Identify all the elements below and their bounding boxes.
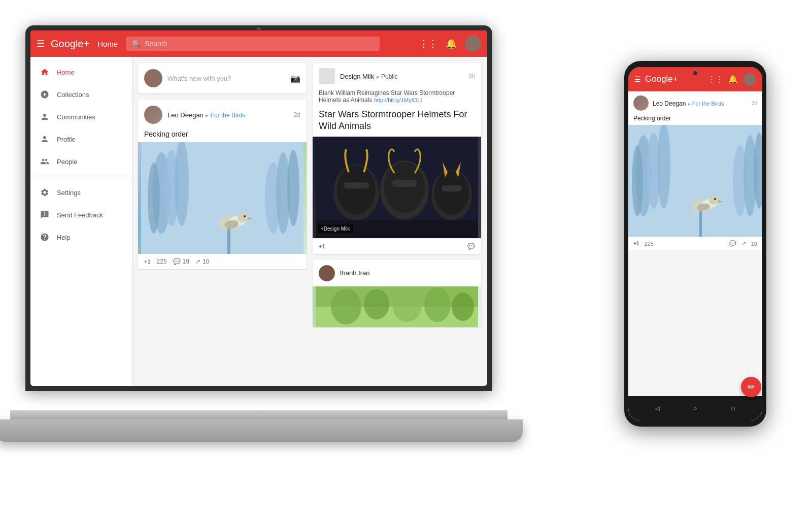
search-bar[interactable]: 🔍 Search <box>126 37 380 51</box>
post2-headline: Star Wars Stormtrooper Helmets For Wild … <box>313 107 481 137</box>
phone-post-avatar <box>633 95 649 111</box>
post-time: 2d <box>294 111 300 118</box>
svg-point-12 <box>244 215 246 217</box>
home-button[interactable]: ○ <box>690 403 700 413</box>
svg-point-34 <box>452 293 474 321</box>
phone-post-circle[interactable]: For the Birds <box>692 101 724 107</box>
svg-point-39 <box>657 125 670 209</box>
phone-bell-icon[interactable]: 🔔 <box>728 75 738 84</box>
post2-comment-icon[interactable]: 💬 <box>467 243 475 250</box>
whats-new-placeholder[interactable]: What's new with you? <box>167 75 285 82</box>
phone-share-icon[interactable]: ↗ <box>741 240 746 247</box>
sidebar-item-communities[interactable]: Communities <box>30 106 132 128</box>
phone-apps-icon[interactable]: ⋮⋮ <box>708 75 723 84</box>
plus-one-icon: +1 <box>144 258 151 265</box>
topbar: ☰ Google+ Home 🔍 Search ⋮⋮ 🔔 <box>30 30 487 57</box>
phone-comment-icon[interactable]: 💬 <box>729 240 736 247</box>
post2-plus-one[interactable]: +1 <box>319 243 325 249</box>
design-milk-circle: Public <box>381 73 398 80</box>
settings-icon <box>39 186 51 199</box>
hamburger-icon[interactable]: ☰ <box>37 38 45 49</box>
recent-button[interactable]: □ <box>728 403 738 413</box>
post-card-leo: Leo Deegan ▸ For the Birds 2d Pecking or… <box>138 100 307 269</box>
search-icon: 🔍 <box>132 40 141 48</box>
sidebar-item-label: Settings <box>57 189 81 197</box>
svg-point-45 <box>709 196 718 205</box>
help-icon <box>39 231 51 243</box>
search-placeholder: Search <box>145 40 167 48</box>
post2-link[interactable]: http://bit.ly/1MyIOLI <box>374 97 422 103</box>
design-milk-info: Design Milk ▸ Public <box>340 72 398 81</box>
phone-user-avatar[interactable] <box>743 73 756 86</box>
back-button[interactable]: ◁ <box>652 403 662 413</box>
gplus-desktop-app: ☰ Google+ Home 🔍 Search ⋮⋮ 🔔 <box>30 30 487 386</box>
thanh-avatar <box>319 265 335 281</box>
design-milk-time: 3h <box>468 73 475 80</box>
laptop-foot <box>0 419 523 442</box>
whats-new-card[interactable]: What's new with you? 📷 <box>138 63 307 93</box>
design-milk-name: Design Milk <box>340 73 374 80</box>
phone-plus-one[interactable]: +1 <box>633 241 639 246</box>
thanh-name: thanh tran <box>340 269 370 277</box>
apps-icon[interactable]: ⋮⋮ <box>419 38 437 49</box>
sidebar: Home Collections <box>30 57 132 386</box>
phone-post-image <box>628 125 762 237</box>
phone-gplus-logo: Google+ <box>645 74 703 84</box>
notifications-icon[interactable]: 🔔 <box>446 38 457 49</box>
post-author-row: Leo Deegan ▸ For the Birds <box>167 110 245 119</box>
svg-rect-18 <box>344 182 369 188</box>
svg-point-2 <box>148 163 160 234</box>
svg-point-17 <box>337 166 376 214</box>
people-icon <box>39 155 51 168</box>
profile-icon <box>39 133 51 145</box>
sidebar-item-people[interactable]: People <box>30 150 132 173</box>
sidebar-item-help[interactable]: Help <box>30 226 132 248</box>
sidebar-item-home[interactable]: Home <box>30 61 132 83</box>
phone-share-count: 10 <box>751 241 757 247</box>
plus-count[interactable]: 225 <box>157 258 167 265</box>
post-card-thanh: thanh tran <box>313 260 481 327</box>
svg-rect-21 <box>392 180 417 187</box>
comment-icon: 💬 <box>173 258 181 265</box>
thanh-header: thanh tran <box>313 260 481 286</box>
post-actions: +1 225 💬 19 <box>138 254 307 269</box>
phone-hamburger-icon[interactable]: ☰ <box>634 75 641 83</box>
phone-post-author: Leo Deegan <box>653 100 686 107</box>
phone-screen: ☰ Google+ ⋮⋮ 🔔 Leo Deegan <box>628 67 762 420</box>
phone-post-title: Pecking order <box>628 115 762 125</box>
pencil-icon: ✏ <box>748 381 755 393</box>
phone-plus-count: 225 <box>644 241 653 247</box>
post-card-design-milk: Design Milk ▸ Public 3h Blan <box>313 63 481 254</box>
topbar-home-label[interactable]: Home <box>97 40 118 48</box>
sidebar-item-label: People <box>57 158 77 166</box>
feed: What's new with you? 📷 <box>132 57 487 386</box>
svg-point-7 <box>287 150 299 226</box>
sidebar-item-collections[interactable]: Collections <box>30 83 132 106</box>
svg-rect-24 <box>442 185 462 191</box>
post-header: Leo Deegan ▸ For the Birds 2d <box>138 100 307 130</box>
camera-icon[interactable]: 📷 <box>290 74 300 83</box>
post-circle[interactable]: For the Birds <box>211 112 246 119</box>
fab-compose[interactable]: ✏ <box>741 377 761 397</box>
sidebar-item-label: Home <box>57 69 75 76</box>
post-title: Pecking order <box>138 130 307 142</box>
gplus-logo: Google+ <box>51 38 89 50</box>
phone: ☰ Google+ ⋮⋮ 🔔 Leo Deegan <box>624 61 766 427</box>
plus-one-action[interactable]: +1 <box>144 258 151 265</box>
share-icon: ↗ <box>195 258 200 265</box>
sidebar-divider <box>30 177 132 177</box>
post-image-bird <box>138 142 307 254</box>
comment-action[interactable]: 💬 19 <box>173 258 189 265</box>
user-avatar[interactable] <box>465 36 481 52</box>
laptop-camera <box>257 27 261 30</box>
phone-post-actions: +1 225 💬 ↗ 10 <box>628 237 762 250</box>
share-action[interactable]: ↗ 10 <box>195 258 209 265</box>
feedback-icon <box>39 209 51 221</box>
sidebar-item-send-feedback[interactable]: Send Feedback <box>30 204 132 226</box>
sidebar-item-settings[interactable]: Settings <box>30 181 132 204</box>
post2-arrow: ▸ <box>377 73 381 80</box>
logo-text: Google+ <box>51 38 89 49</box>
post-author-avatar <box>144 106 162 124</box>
sidebar-item-profile[interactable]: Profile <box>30 128 132 150</box>
svg-point-10 <box>238 212 248 222</box>
